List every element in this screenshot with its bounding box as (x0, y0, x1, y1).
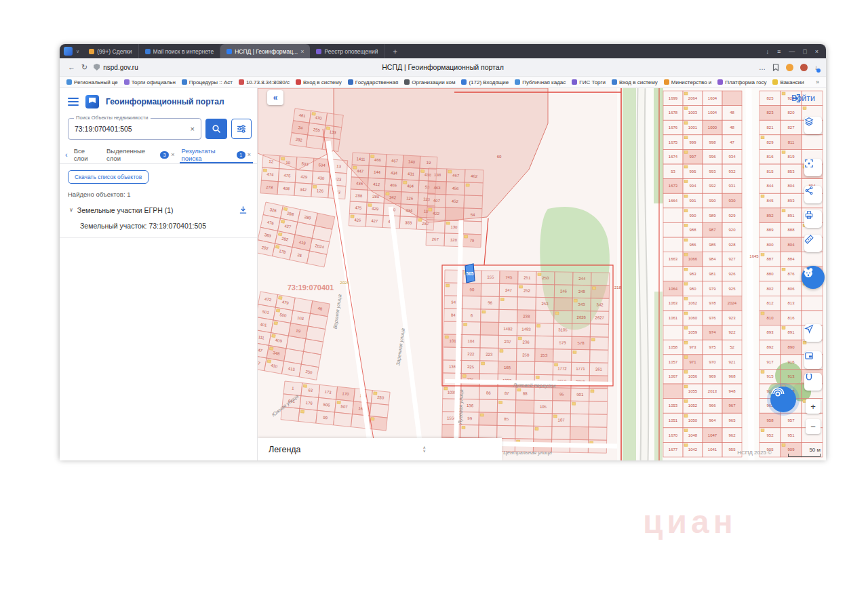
frame-button[interactable] (804, 351, 822, 369)
print-button[interactable] (804, 210, 822, 228)
bookmark-item[interactable]: Вход в систему (296, 79, 342, 85)
tab-label: Результаты поиска (182, 147, 235, 162)
tab-close-icon[interactable]: × (300, 48, 304, 55)
close-button[interactable]: × (815, 48, 818, 55)
chevron-down-icon[interactable]: ∨ (69, 207, 73, 213)
tabs-back-icon[interactable]: ‹ (64, 151, 69, 159)
zoom-out-button[interactable]: − (806, 419, 821, 434)
magnet-button[interactable] (804, 373, 822, 391)
result-item[interactable]: Земельный участок: 73:19:070401:505 (60, 218, 257, 238)
bookmark-item[interactable]: Платформа госу (717, 79, 766, 85)
measure-button[interactable] (804, 235, 822, 252)
chat-button[interactable] (770, 387, 796, 412)
refresh-icon[interactable]: ↻ (81, 63, 87, 72)
tab-all-layers[interactable]: Все слои (72, 146, 102, 163)
bookmark-item[interactable]: Публичная кадас (515, 79, 566, 85)
map-area[interactable]: 4614703425513328212105035041347447542943… (258, 88, 826, 460)
parcel-number: 829 (766, 140, 774, 144)
search-settings-button[interactable] (231, 119, 252, 139)
browser-tab[interactable]: НСПД | Геоинформац...× (220, 44, 310, 58)
bookmark-item[interactable]: ГИС Торги (572, 79, 606, 85)
tab-title: Реестр оповещений (324, 48, 378, 55)
browser-tab[interactable]: Реестр оповещений (310, 44, 384, 58)
site-info-chip[interactable]: nspd.gov.ru (94, 64, 138, 71)
bookmark-item[interactable]: Вакансии (772, 79, 804, 85)
parcel-block[interactable]: 46147034255133282 (290, 108, 343, 151)
layers-button[interactable] (804, 117, 822, 134)
browser-tab[interactable]: (99+) Сделки (83, 44, 138, 58)
download-button[interactable]: ↓ (814, 64, 818, 71)
tab-title: Mail поиск в интернете (153, 48, 214, 55)
parcel-number: 973 (689, 345, 696, 349)
browser-app-icon[interactable] (64, 47, 73, 56)
legend-expand-icon[interactable]: ∧∨ (423, 446, 426, 453)
browser-menu-icon[interactable]: ≡ (777, 48, 781, 55)
parcel-number: 976 (709, 316, 716, 320)
parcel-number: 819 (787, 155, 795, 159)
hamburger-menu-icon[interactable] (68, 98, 79, 106)
parcel-number: 1483 (521, 327, 531, 331)
login-button[interactable]: Войти (791, 94, 815, 103)
bookmark-item[interactable]: (172) Входящие (461, 79, 509, 85)
bookmark-item[interactable]: Министерство и (664, 79, 711, 85)
bookmark-item[interactable]: Региональный це (66, 79, 118, 85)
parcel-number: 1664 (669, 199, 678, 203)
bookmark-label: Государственная (355, 79, 398, 85)
parcel-number: 52 (730, 345, 734, 349)
extent-button[interactable] (804, 159, 822, 176)
tab-search-results[interactable]: Результаты поиска 1 × (180, 146, 254, 163)
tab-close-icon[interactable]: × (171, 151, 174, 158)
share-button[interactable] (804, 186, 822, 203)
parcel-number: 63 (308, 388, 313, 393)
street-name: Луговая улица (457, 389, 465, 425)
bookmark-item[interactable]: Торги официальн (124, 79, 176, 85)
bookmark-item[interactable]: Организации ком (404, 79, 455, 85)
search-button[interactable] (205, 119, 227, 139)
download-object-list-button[interactable]: Скачать список объектов (68, 170, 149, 184)
more-icon[interactable]: … (759, 64, 766, 71)
search-input[interactable] (73, 124, 189, 134)
parcel-block[interactable]: 1699206416041678100310044816761001100048… (663, 91, 742, 457)
parcel-number: 12 (269, 159, 274, 163)
results-group-row[interactable]: ∨ Земельные участки ЕГРН (1) (60, 199, 257, 218)
parcel-number: 342 (597, 302, 604, 306)
bookmark-item[interactable]: Процедуры :: Аст (182, 79, 233, 85)
parcel-number: 928 (728, 243, 736, 247)
bookmark-label: (172) Входящие (469, 79, 509, 85)
tab-search-chevron-icon[interactable]: ∨ (76, 49, 79, 54)
back-icon[interactable]: ← (68, 63, 75, 71)
parcel-number: 144 (374, 170, 381, 175)
url-text[interactable]: nspd.gov.ru (103, 64, 138, 71)
locate-button[interactable] (804, 324, 822, 342)
bookmark-icon[interactable] (772, 64, 779, 71)
legend-panel[interactable]: Легенда ∧∨ (258, 438, 502, 460)
parcel-number: 1060 (688, 316, 698, 320)
maximize-button[interactable]: □ (803, 48, 806, 55)
sidebar-collapse-button[interactable]: « (267, 90, 283, 105)
tab-selected-layers[interactable]: Выделенные слои 3 × (104, 146, 177, 163)
tab-close-icon[interactable]: × (248, 151, 251, 158)
downloads-indicator-icon[interactable]: ↓ (766, 48, 770, 55)
profile-avatar[interactable] (786, 64, 793, 71)
app-title: Геоинформационный портал (106, 97, 224, 106)
bookmark-item[interactable]: 10.73.8.34:8080/с (239, 79, 290, 85)
zoom-in-button[interactable]: + (806, 399, 821, 414)
extension-icon[interactable] (800, 64, 808, 71)
map-canvas[interactable]: 4614703425513328212105035041347447542943… (258, 88, 826, 460)
bookmark-item[interactable]: Государственная (348, 79, 398, 85)
results-count: Найдено объектов: 1 (60, 185, 257, 199)
browser-tab[interactable]: Mail поиск в интернете (139, 44, 221, 58)
download-group-icon[interactable] (239, 205, 248, 214)
new-tab-button[interactable]: + (388, 47, 401, 56)
bookmark-item[interactable]: Вход в систему (612, 79, 658, 85)
mascot-button[interactable] (802, 266, 825, 289)
parcel-block[interactable]: 3155745251250244902472522462489496253343… (441, 270, 610, 453)
parcel-number: 2627 (595, 315, 605, 319)
parcel-block[interactable]: 1384674624634564074524225413026712879 (426, 168, 484, 248)
parcel-number: 467 (452, 174, 460, 178)
parcel-number: 1062 (688, 301, 698, 305)
minimize-button[interactable]: — (789, 48, 795, 55)
parcel-number: 970 (709, 360, 716, 364)
bookmarks-overflow-icon[interactable]: » (816, 79, 819, 85)
clear-search-icon[interactable]: × (189, 125, 196, 133)
